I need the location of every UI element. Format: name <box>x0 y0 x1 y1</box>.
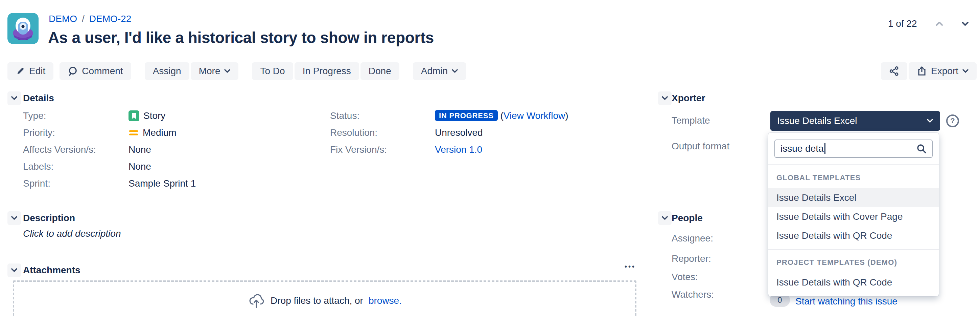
description-placeholder[interactable]: Click to add description <box>23 228 121 239</box>
votes-label: Votes: <box>671 270 698 285</box>
template-dropdown-panel: issue deta GLOBAL TEMPLATES Issue Detail… <box>768 133 939 296</box>
transition-todo-button[interactable]: To Do <box>252 62 293 80</box>
breadcrumb: DEMO / DEMO-22 <box>49 14 131 24</box>
details-heading: Details <box>23 93 54 104</box>
story-icon <box>129 110 139 121</box>
share-button[interactable] <box>881 62 907 80</box>
resolution-label: Resolution: <box>330 125 377 140</box>
attachments-more-button[interactable]: ••• <box>609 263 636 271</box>
people-heading: People <box>671 213 703 224</box>
labels-label: Labels: <box>23 159 53 174</box>
labels-value: None <box>129 159 151 174</box>
resolution-value: Unresolved <box>435 125 483 140</box>
global-templates-header: GLOBAL TEMPLATES <box>768 173 939 182</box>
chevron-down-icon <box>927 118 933 123</box>
chevron-down-icon <box>963 69 969 73</box>
template-label: Template <box>671 115 710 126</box>
breadcrumb-project-link[interactable]: DEMO <box>49 14 77 24</box>
chevron-down-icon <box>224 69 230 73</box>
breadcrumb-issue-link[interactable]: DEMO-22 <box>89 14 131 24</box>
dropzone-text: Drop files to attach, or <box>270 295 363 306</box>
pencil-icon <box>16 66 25 76</box>
dropdown-item-issue-details-qr-code[interactable]: Issue Details with QR Code <box>768 226 939 245</box>
sprint-value[interactable]: Sample Sprint 1 <box>129 176 196 191</box>
global-templates-group: GLOBAL TEMPLATES Issue Details Excel Iss… <box>768 165 939 249</box>
comment-button[interactable]: Comment <box>59 62 131 80</box>
dropdown-item-issue-details-excel[interactable]: Issue Details Excel <box>768 188 939 207</box>
search-icon <box>916 144 927 154</box>
view-workflow-link[interactable]: View Workflow <box>504 110 565 121</box>
template-search-input[interactable]: issue deta <box>775 139 933 158</box>
chevron-down-icon <box>452 69 458 73</box>
fix-version-link[interactable]: Version 1.0 <box>435 144 482 155</box>
priority-value: Medium <box>129 125 177 140</box>
type-label: Type: <box>23 108 46 123</box>
dropdown-item-issue-details-cover-page[interactable]: Issue Details with Cover Page <box>768 207 939 226</box>
issue-title: As a user, I'd like a historical story t… <box>48 29 434 47</box>
description-collapse-button[interactable] <box>8 211 21 225</box>
edit-button[interactable]: Edit <box>8 62 53 80</box>
status-badge: IN PROGRESS <box>435 110 498 121</box>
chevron-down-icon <box>11 96 18 101</box>
details-collapse-button[interactable] <box>8 91 21 105</box>
chevron-down-icon <box>662 96 668 101</box>
upload-cloud-icon <box>248 292 265 309</box>
export-button[interactable]: Export <box>908 62 977 80</box>
share-icon <box>889 66 899 76</box>
reporter-label: Reporter: <box>671 251 711 266</box>
chevron-down-icon <box>662 216 668 221</box>
dropdown-item-project-qr-code[interactable]: Issue Details with QR Code <box>768 273 939 292</box>
attachments-heading: Attachments <box>23 265 81 276</box>
sprint-label: Sprint: <box>23 176 50 191</box>
pager-count: 1 of 22 <box>888 18 917 29</box>
attachments-collapse-button[interactable] <box>8 264 21 277</box>
help-icon[interactable]: ? <box>946 114 959 127</box>
export-upload-icon <box>917 66 927 76</box>
chevron-down-icon <box>961 21 969 26</box>
more-button[interactable]: More <box>191 62 239 80</box>
status-label: Status: <box>330 108 360 123</box>
issue-pager: 1 of 22 <box>888 17 972 30</box>
ufo-avatar-icon <box>8 13 38 44</box>
fix-version-label: Fix Version/s: <box>330 142 387 157</box>
previous-issue-button[interactable] <box>932 17 947 30</box>
project-templates-group: PROJECT TEMPLATES (DEMO) Issue Details w… <box>768 249 939 292</box>
watchers-label: Watchers: <box>671 287 714 302</box>
next-issue-button[interactable] <box>958 17 972 30</box>
status-value: IN PROGRESS (View Workflow) <box>435 108 568 123</box>
issue-toolbar: Edit Comment Assign More To Do In Progre… <box>8 62 466 80</box>
start-watching-link[interactable]: Start watching this issue <box>795 296 897 307</box>
priority-medium-icon <box>129 128 138 138</box>
comment-bubble-icon <box>68 66 78 76</box>
toolbar-right: Export <box>881 62 977 80</box>
priority-label: Priority: <box>23 125 55 140</box>
admin-button[interactable]: Admin <box>413 62 466 80</box>
affects-version-label: Affects Version/s: <box>23 142 96 157</box>
xporter-heading: Xporter <box>671 93 705 104</box>
project-avatar <box>8 13 38 44</box>
people-collapse-button[interactable] <box>658 211 671 225</box>
output-format-label: Output format <box>671 141 729 152</box>
jira-issue-view: DEMO / DEMO-22 As a user, I'd like a his… <box>0 0 980 317</box>
breadcrumb-separator: / <box>82 14 84 24</box>
attachment-dropzone[interactable]: Drop files to attach, or browse. <box>13 280 636 317</box>
type-value: Story <box>129 108 165 123</box>
transition-in-progress-button[interactable]: In Progress <box>294 62 359 80</box>
transition-done-button[interactable]: Done <box>361 62 399 80</box>
affects-version-value: None <box>129 142 151 157</box>
assign-button[interactable]: Assign <box>145 62 189 80</box>
project-templates-header: PROJECT TEMPLATES (DEMO) <box>768 258 939 267</box>
description-heading: Description <box>23 213 75 224</box>
chevron-down-icon <box>11 268 18 273</box>
template-select[interactable]: Issue Details Excel <box>770 111 940 131</box>
fix-version-value: Version 1.0 <box>435 142 482 157</box>
xporter-collapse-button[interactable] <box>658 91 671 105</box>
dropdown-search-section: issue deta <box>768 133 939 165</box>
chevron-up-icon <box>935 21 943 26</box>
browse-link[interactable]: browse. <box>369 295 402 306</box>
chevron-down-icon <box>11 216 18 221</box>
text-cursor <box>824 143 826 154</box>
assignee-label: Assignee: <box>671 231 713 246</box>
